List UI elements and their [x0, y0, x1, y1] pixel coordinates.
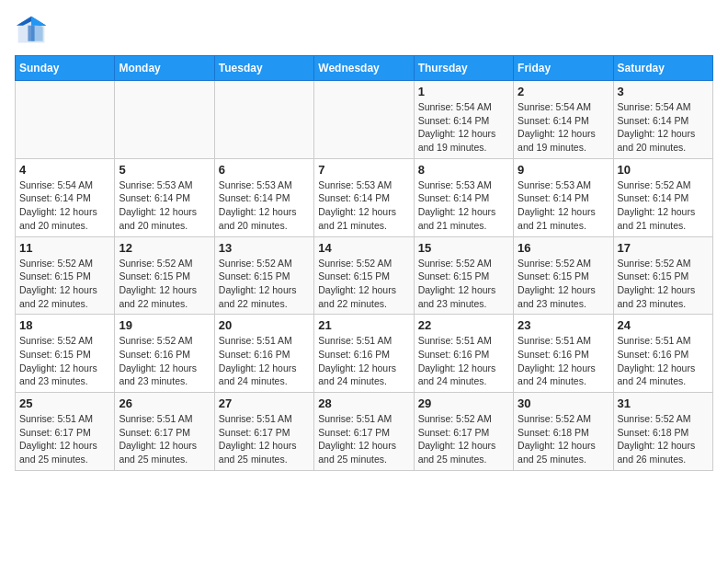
calendar-cell: 4Sunrise: 5:54 AM Sunset: 6:14 PM Daylig… [16, 158, 115, 236]
day-info: Sunrise: 5:52 AM Sunset: 6:18 PM Dayligh… [518, 412, 609, 466]
col-header-monday: Monday [115, 56, 214, 81]
day-info: Sunrise: 5:52 AM Sunset: 6:15 PM Dayligh… [318, 257, 409, 311]
calendar-cell: 11Sunrise: 5:52 AM Sunset: 6:15 PM Dayli… [16, 236, 115, 315]
day-number: 10 [618, 163, 709, 177]
week-row-5: 25Sunrise: 5:51 AM Sunset: 6:17 PM Dayli… [16, 393, 713, 471]
day-number: 28 [318, 396, 409, 410]
calendar-cell: 1Sunrise: 5:54 AM Sunset: 6:14 PM Daylig… [414, 81, 513, 159]
calendar-cell: 27Sunrise: 5:51 AM Sunset: 6:17 PM Dayli… [214, 393, 313, 471]
col-header-tuesday: Tuesday [214, 56, 313, 81]
day-info: Sunrise: 5:52 AM Sunset: 6:14 PM Dayligh… [618, 178, 709, 233]
day-number: 14 [318, 241, 409, 255]
calendar-cell: 21Sunrise: 5:51 AM Sunset: 6:16 PM Dayli… [314, 315, 414, 393]
calendar-cell: 22Sunrise: 5:51 AM Sunset: 6:16 PM Dayli… [414, 315, 513, 393]
day-info: Sunrise: 5:53 AM Sunset: 6:14 PM Dayligh… [418, 178, 509, 233]
calendar-cell: 5Sunrise: 5:53 AM Sunset: 6:14 PM Daylig… [115, 158, 214, 236]
day-info: Sunrise: 5:52 AM Sunset: 6:16 PM Dayligh… [119, 334, 210, 388]
day-number: 4 [19, 163, 110, 177]
day-info: Sunrise: 5:53 AM Sunset: 6:14 PM Dayligh… [119, 178, 210, 233]
day-number: 2 [518, 85, 609, 98]
day-info: Sunrise: 5:51 AM Sunset: 6:16 PM Dayligh… [618, 334, 709, 388]
calendar-cell: 17Sunrise: 5:52 AM Sunset: 6:15 PM Dayli… [613, 236, 712, 315]
calendar-cell: 26Sunrise: 5:51 AM Sunset: 6:17 PM Dayli… [115, 393, 214, 471]
day-number: 21 [318, 318, 409, 332]
calendar-cell: 24Sunrise: 5:51 AM Sunset: 6:16 PM Dayli… [613, 315, 712, 393]
day-info: Sunrise: 5:51 AM Sunset: 6:17 PM Dayligh… [119, 412, 210, 466]
day-number: 19 [119, 318, 210, 332]
week-row-4: 18Sunrise: 5:52 AM Sunset: 6:15 PM Dayli… [16, 315, 713, 393]
day-number: 5 [119, 163, 210, 177]
day-info: Sunrise: 5:52 AM Sunset: 6:15 PM Dayligh… [19, 334, 110, 388]
day-number: 26 [119, 396, 210, 410]
day-number: 18 [19, 318, 110, 332]
day-number: 8 [418, 163, 509, 177]
day-info: Sunrise: 5:51 AM Sunset: 6:16 PM Dayligh… [418, 334, 509, 388]
calendar-cell: 12Sunrise: 5:52 AM Sunset: 6:15 PM Dayli… [115, 236, 214, 315]
calendar-cell: 16Sunrise: 5:52 AM Sunset: 6:15 PM Dayli… [514, 236, 613, 315]
day-info: Sunrise: 5:52 AM Sunset: 6:15 PM Dayligh… [19, 257, 110, 311]
day-number: 20 [219, 318, 310, 332]
day-info: Sunrise: 5:52 AM Sunset: 6:15 PM Dayligh… [618, 257, 709, 311]
col-header-friday: Friday [514, 56, 613, 81]
calendar-cell: 28Sunrise: 5:51 AM Sunset: 6:17 PM Dayli… [314, 393, 414, 471]
calendar-cell: 20Sunrise: 5:51 AM Sunset: 6:16 PM Dayli… [214, 315, 313, 393]
day-info: Sunrise: 5:54 AM Sunset: 6:14 PM Dayligh… [19, 178, 110, 233]
calendar-cell [115, 81, 214, 159]
calendar-cell: 8Sunrise: 5:53 AM Sunset: 6:14 PM Daylig… [414, 158, 513, 236]
day-info: Sunrise: 5:53 AM Sunset: 6:14 PM Dayligh… [518, 178, 609, 233]
day-info: Sunrise: 5:51 AM Sunset: 6:16 PM Dayligh… [518, 334, 609, 388]
day-number: 31 [618, 396, 709, 410]
week-row-1: 1Sunrise: 5:54 AM Sunset: 6:14 PM Daylig… [16, 81, 713, 159]
day-info: Sunrise: 5:52 AM Sunset: 6:18 PM Dayligh… [618, 412, 709, 466]
day-number: 22 [418, 318, 509, 332]
day-number: 29 [418, 396, 509, 410]
day-info: Sunrise: 5:51 AM Sunset: 6:17 PM Dayligh… [19, 412, 110, 466]
day-number: 17 [618, 241, 709, 255]
day-info: Sunrise: 5:52 AM Sunset: 6:17 PM Dayligh… [418, 412, 509, 466]
week-row-2: 4Sunrise: 5:54 AM Sunset: 6:14 PM Daylig… [16, 158, 713, 236]
day-number: 25 [19, 396, 110, 410]
calendar-cell [214, 81, 313, 159]
day-number: 15 [418, 241, 509, 255]
day-number: 30 [518, 396, 609, 410]
calendar-cell: 13Sunrise: 5:52 AM Sunset: 6:15 PM Dayli… [214, 236, 313, 315]
day-info: Sunrise: 5:52 AM Sunset: 6:15 PM Dayligh… [518, 257, 609, 311]
calendar-cell: 7Sunrise: 5:53 AM Sunset: 6:14 PM Daylig… [314, 158, 414, 236]
day-info: Sunrise: 5:52 AM Sunset: 6:15 PM Dayligh… [418, 257, 509, 311]
day-info: Sunrise: 5:51 AM Sunset: 6:16 PM Dayligh… [219, 334, 310, 388]
logo [15, 15, 51, 48]
day-number: 16 [518, 241, 609, 255]
calendar-cell: 3Sunrise: 5:54 AM Sunset: 6:14 PM Daylig… [613, 81, 712, 159]
calendar-cell [314, 81, 414, 159]
calendar-cell: 18Sunrise: 5:52 AM Sunset: 6:15 PM Dayli… [16, 315, 115, 393]
day-number: 27 [219, 396, 310, 410]
calendar-cell: 19Sunrise: 5:52 AM Sunset: 6:16 PM Dayli… [115, 315, 214, 393]
day-info: Sunrise: 5:54 AM Sunset: 6:14 PM Dayligh… [518, 100, 609, 155]
calendar-cell: 25Sunrise: 5:51 AM Sunset: 6:17 PM Dayli… [16, 393, 115, 471]
day-info: Sunrise: 5:51 AM Sunset: 6:17 PM Dayligh… [318, 412, 409, 466]
calendar-cell: 31Sunrise: 5:52 AM Sunset: 6:18 PM Dayli… [613, 393, 712, 471]
day-info: Sunrise: 5:52 AM Sunset: 6:15 PM Dayligh… [119, 257, 210, 311]
calendar-cell: 15Sunrise: 5:52 AM Sunset: 6:15 PM Dayli… [414, 236, 513, 315]
page-header [15, 15, 713, 48]
day-info: Sunrise: 5:53 AM Sunset: 6:14 PM Dayligh… [318, 178, 409, 233]
day-number: 1 [418, 85, 509, 98]
day-info: Sunrise: 5:52 AM Sunset: 6:15 PM Dayligh… [219, 257, 310, 311]
calendar-cell: 9Sunrise: 5:53 AM Sunset: 6:14 PM Daylig… [514, 158, 613, 236]
calendar-cell: 14Sunrise: 5:52 AM Sunset: 6:15 PM Dayli… [314, 236, 414, 315]
col-header-thursday: Thursday [414, 56, 513, 81]
day-number: 7 [318, 163, 409, 177]
header-row: SundayMondayTuesdayWednesdayThursdayFrid… [16, 56, 713, 81]
day-info: Sunrise: 5:51 AM Sunset: 6:16 PM Dayligh… [318, 334, 409, 388]
day-number: 13 [219, 241, 310, 255]
day-number: 24 [618, 318, 709, 332]
calendar-cell: 2Sunrise: 5:54 AM Sunset: 6:14 PM Daylig… [514, 81, 613, 159]
col-header-saturday: Saturday [613, 56, 712, 81]
day-info: Sunrise: 5:51 AM Sunset: 6:17 PM Dayligh… [219, 412, 310, 466]
day-info: Sunrise: 5:54 AM Sunset: 6:14 PM Dayligh… [418, 100, 509, 155]
day-number: 12 [119, 241, 210, 255]
calendar-cell: 10Sunrise: 5:52 AM Sunset: 6:14 PM Dayli… [613, 158, 712, 236]
day-number: 9 [518, 163, 609, 177]
svg-marker-4 [31, 17, 46, 26]
col-header-wednesday: Wednesday [314, 56, 414, 81]
